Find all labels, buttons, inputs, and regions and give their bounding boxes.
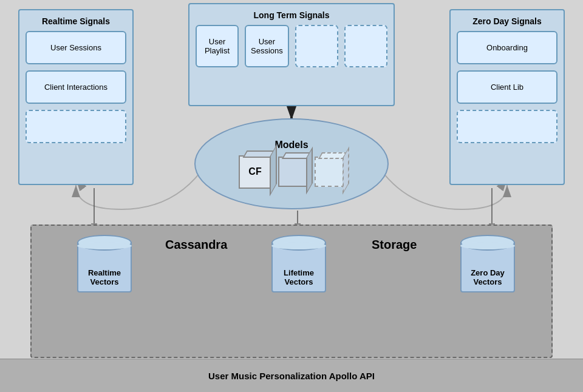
- lifetime-vectors-cylinder: LifetimeVectors: [271, 241, 326, 292]
- zeroday-onboarding-card: Onboarding: [457, 31, 557, 64]
- lifetime-vectors-label: LifetimeVectors: [284, 268, 314, 291]
- realtime-signals-title: Realtime Signals: [26, 16, 126, 26]
- model-cube-3: [315, 157, 345, 187]
- realtime-signals-box: Realtime Signals User Sessions Client In…: [18, 9, 134, 185]
- zeroday-clientlib-card: Client Lib: [457, 70, 557, 104]
- zeroday-vectors-cylinder: Zero DayVectors: [460, 241, 515, 292]
- zeroday-vectors-label: Zero DayVectors: [471, 268, 505, 291]
- models-title: Models: [274, 140, 308, 150]
- zeroday-vectors-group: Zero DayVectors: [460, 241, 515, 292]
- realtime-empty-card: [26, 110, 126, 143]
- zeroday-empty-card: [457, 110, 557, 143]
- cassandra-label: Cassandra: [165, 238, 227, 252]
- zeroday-signals-box: Zero Day Signals Onboarding Client Lib: [449, 9, 565, 185]
- zeroday-signals-title: Zero Day Signals: [457, 16, 557, 26]
- longterm-user-sessions-card: User Sessions: [245, 25, 289, 67]
- diagram-container: Realtime Signals User Sessions Client In…: [0, 0, 583, 392]
- longterm-empty-card-2: [344, 25, 387, 67]
- longterm-user-playlist-card: User Playlist: [196, 25, 239, 67]
- zeroday-signals-inner: Onboarding Client Lib: [457, 31, 557, 143]
- realtime-vectors-label: RealtimeVectors: [88, 268, 121, 291]
- lifetime-vectors-group: LifetimeVectors: [271, 241, 326, 292]
- model-cube-2: [278, 157, 309, 187]
- apollo-api-label: User Music Personalization Apollo API: [208, 371, 375, 381]
- realtime-vectors-group: RealtimeVectors: [77, 241, 132, 292]
- apollo-api-bar: User Music Personalization Apollo API: [0, 359, 583, 392]
- storage-section: Cassandra Storage RealtimeVectors Lifeti…: [30, 225, 553, 358]
- realtime-signals-inner: User Sessions Client Interactions: [26, 31, 126, 143]
- models-ellipse: Models CF: [194, 118, 389, 209]
- storage-label: Storage: [372, 238, 417, 252]
- longterm-empty-card-1: [295, 25, 338, 67]
- cf-cube: CF: [239, 155, 272, 189]
- models-cubes: CF: [239, 155, 345, 189]
- longterm-signals-title: Long Term Signals: [196, 10, 387, 20]
- realtime-user-sessions-card: User Sessions: [26, 31, 126, 64]
- realtime-client-interactions-card: Client Interactions: [26, 70, 126, 104]
- longterm-signals-box: Long Term Signals User Playlist User Ses…: [188, 3, 395, 106]
- longterm-signals-inner: User Playlist User Sessions: [196, 25, 387, 67]
- realtime-vectors-cylinder: RealtimeVectors: [77, 241, 132, 292]
